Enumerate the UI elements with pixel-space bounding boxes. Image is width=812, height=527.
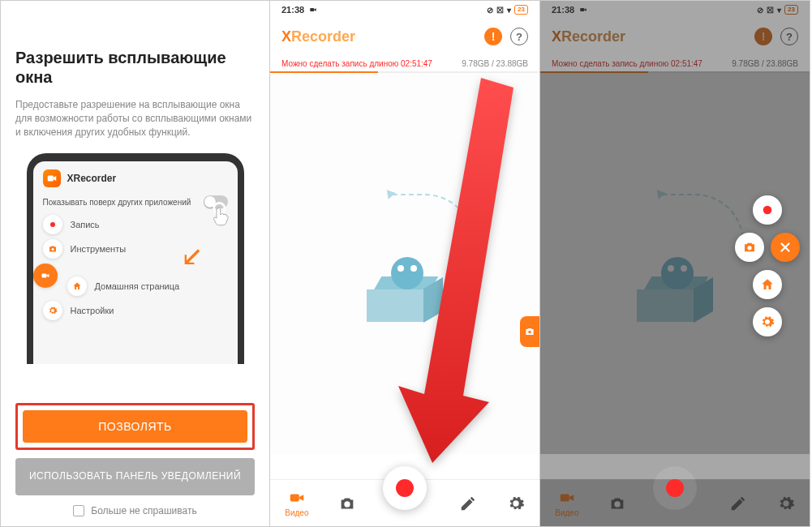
home-icon xyxy=(67,276,87,296)
float-label: Настройки xyxy=(71,306,114,315)
nav-edit[interactable] xyxy=(459,495,477,512)
arrow-hint-icon xyxy=(181,247,204,270)
float-screenshot-button[interactable] xyxy=(735,233,764,262)
float-home-button[interactable] xyxy=(753,270,782,299)
svg-point-8 xyxy=(344,501,350,507)
status-icons: ⊘ ☒ ▾ 23 xyxy=(487,5,528,15)
mock-app-row: XRecorder xyxy=(43,169,228,187)
float-label: Инструменты xyxy=(71,244,127,254)
record-button[interactable] xyxy=(383,466,427,510)
svg-rect-5 xyxy=(310,8,314,11)
dont-ask-label: Больше не спрашивать xyxy=(91,505,196,516)
record-dot-icon xyxy=(396,479,414,497)
nav-photo[interactable] xyxy=(338,495,356,512)
videocam-status-icon xyxy=(307,6,319,14)
allow-button[interactable]: ПОЗВОЛЯТЬ xyxy=(23,410,247,443)
svg-rect-4 xyxy=(41,274,46,278)
nav-video[interactable]: Видео xyxy=(285,489,308,517)
overlay-label: Показывать поверх других приложений xyxy=(43,198,191,207)
svg-point-10 xyxy=(763,206,772,215)
status-time: 21:38 xyxy=(281,5,304,15)
vibrate-icon: ☒ xyxy=(496,6,504,15)
nav-video-label: Видео xyxy=(285,508,308,517)
float-menu-expanded-screen: 21:38 ⊘ ☒ ▾ 23 XRecorder ! ? Можно сдела… xyxy=(540,0,810,527)
allow-button-highlight: ПОЗВОЛЯТЬ xyxy=(15,403,255,450)
nav-settings[interactable] xyxy=(507,495,525,512)
float-label: Домашняя страница xyxy=(95,281,180,291)
permission-dialog-screen: Разрешить всплывающие окна Предоставьте … xyxy=(0,0,270,527)
tutorial-arrow-icon xyxy=(392,78,538,467)
permission-title: Разрешить всплывающие окна xyxy=(15,48,255,87)
svg-rect-7 xyxy=(290,494,299,501)
svg-point-3 xyxy=(51,248,54,251)
float-settings-button[interactable] xyxy=(753,307,782,336)
svg-rect-0 xyxy=(47,176,53,182)
overlay-permission-row: Показывать поверх других приложений xyxy=(43,195,228,208)
float-close-button[interactable] xyxy=(771,233,800,262)
gear-icon xyxy=(43,301,62,320)
float-label: Запись xyxy=(71,220,100,229)
help-icon[interactable]: ? xyxy=(510,28,528,45)
record-dot-icon xyxy=(666,479,684,497)
svg-point-11 xyxy=(747,246,751,250)
camera-icon xyxy=(43,239,62,259)
float-record-button[interactable] xyxy=(753,195,782,225)
record-icon xyxy=(43,215,62,234)
videocam-icon xyxy=(33,264,58,288)
warning-icon[interactable]: ! xyxy=(484,28,502,45)
app-header: XRecorder ! ? xyxy=(270,19,539,54)
record-button[interactable] xyxy=(653,466,697,510)
dont-ask-row[interactable]: Больше не спрашивать xyxy=(15,505,255,516)
float-menu-expanded xyxy=(735,195,800,336)
storage-text: 9.78GB / 23.88GB xyxy=(462,59,528,68)
status-bar: 21:38 ⊘ ☒ ▾ 23 xyxy=(270,1,539,19)
app-brand: XRecorder xyxy=(281,28,355,45)
battery-indicator: 23 xyxy=(514,5,528,15)
mock-app-name: XRecorder xyxy=(67,173,117,184)
phone-mockup: XRecorder Показывать поверх других прило… xyxy=(27,153,244,364)
app-main-screen: 21:38 ⊘ ☒ ▾ 23 XRecorder ! ? Можно сдела… xyxy=(270,0,540,527)
float-menu-preview: Запись Инструменты Домашняя страница Нас… xyxy=(43,215,228,320)
svg-point-2 xyxy=(50,222,55,227)
wifi-icon: ▾ xyxy=(507,6,511,15)
xrecorder-app-icon xyxy=(43,169,61,187)
permission-description: Предоставьте разрешение на всплывающие о… xyxy=(15,98,255,139)
dnd-icon: ⊘ xyxy=(487,6,493,15)
dont-ask-checkbox[interactable] xyxy=(73,505,84,516)
record-duration-note: Можно сделать запись длиною 02:51:47 xyxy=(281,59,432,68)
storage-info: Можно сделать запись длиною 02:51:47 9.7… xyxy=(270,54,539,71)
use-notification-panel-button[interactable]: ИСПОЛЬЗОВАТЬ ПАНЕЛЬ УВЕДОМЛЕНИЙ xyxy=(15,458,255,495)
